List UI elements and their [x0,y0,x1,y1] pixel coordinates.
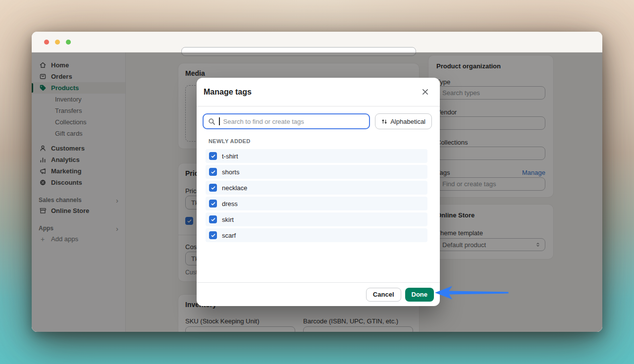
tag-checkbox-checked[interactable] [209,231,217,239]
sort-arrows-icon [381,118,387,125]
check-icon [211,233,216,238]
tag-checkbox-checked[interactable] [209,215,217,223]
check-icon [211,169,216,175]
tag-label: necklace [222,184,247,192]
check-icon [211,201,216,207]
cancel-button[interactable]: Cancel [366,288,401,302]
tag-row-skirt[interactable]: skirt [206,212,427,226]
desktop-background: Home Orders Products Inventory Transfers [0,0,634,364]
modal-footer: Cancel Done [197,282,440,306]
check-icon [211,185,216,191]
tag-row-shorts[interactable]: shorts [206,165,427,179]
tag-row-t-shirt[interactable]: t-shirt [206,149,427,163]
tag-label: shorts [222,168,239,176]
tag-row-necklace[interactable]: necklace [206,181,427,195]
tag-row-dress[interactable]: dress [206,197,427,210]
check-icon [211,154,216,159]
check-icon [211,217,216,222]
done-button[interactable]: Done [405,288,434,302]
search-icon [208,118,215,125]
modal-body: Alphabetical NEWLY ADDED t-shirt shorts … [197,106,440,242]
close-icon [422,88,429,96]
text-cursor [219,117,220,125]
minimize-window-button[interactable] [55,40,60,45]
modal-title: Manage tags [204,88,252,97]
tag-label: skirt [222,216,234,223]
modal-close-button[interactable] [418,85,432,99]
manage-tags-modal: Manage tags Alphabetical NEWLY ADDED [197,78,440,306]
tag-label: t-shirt [222,153,238,160]
modal-header: Manage tags [197,78,440,106]
tag-checkbox-checked[interactable] [209,152,217,160]
newly-added-section-label: NEWLY ADDED [209,138,432,144]
tag-search-box[interactable] [203,113,370,129]
tag-row-scarf[interactable]: scarf [206,228,427,242]
tag-checkbox-checked[interactable] [209,168,217,176]
tag-label: scarf [222,232,236,239]
close-window-button[interactable] [44,40,49,45]
tag-search-input[interactable] [223,118,365,125]
maximize-window-button[interactable] [66,40,71,45]
alphabetical-sort-button[interactable]: Alphabetical [375,113,432,129]
tag-checkbox-checked[interactable] [209,200,217,208]
tag-checkbox-checked[interactable] [209,184,217,192]
tag-label: dress [222,200,238,208]
annotation-arrow-pointing-done [434,285,510,300]
